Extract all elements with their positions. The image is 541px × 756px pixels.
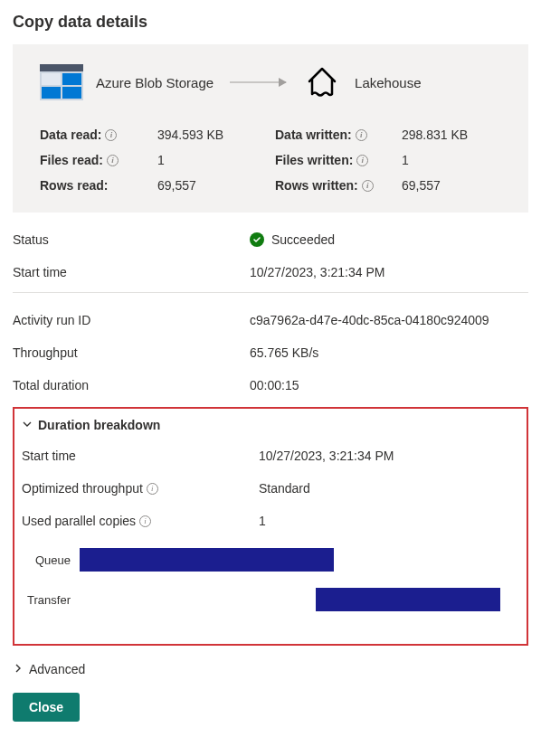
data-read-label: Data read:i: [40, 128, 148, 142]
rows-read-value: 69,557: [157, 178, 266, 193]
divider: [13, 292, 528, 293]
gantt-track: [80, 588, 517, 611]
rows-written-value: 69,557: [402, 178, 492, 193]
optimized-throughput-value: Standard: [259, 481, 517, 496]
start-time-label: Start time: [13, 265, 250, 279]
source-endpoint: Azure Blob Storage: [40, 61, 214, 104]
files-written-label: Files written:i: [275, 153, 393, 167]
status-label: Status: [13, 232, 250, 247]
stats-grid: Data read:i 394.593 KB Data written:i 29…: [40, 128, 508, 193]
parallel-copies-row: Used parallel copiesi 1: [22, 505, 517, 537]
activity-run-id-value: c9a7962a-d47e-40dc-85ca-04180c924009: [250, 313, 528, 327]
summary-card: Azure Blob Storage Lakehouse Data read:i…: [13, 44, 528, 213]
total-duration-row: Total duration 00:00:15: [13, 369, 528, 402]
throughput-row: Throughput 65.765 KB/s: [13, 336, 528, 369]
lakehouse-icon: [302, 61, 342, 104]
status-row: Status Succeeded: [13, 223, 528, 256]
files-read-value: 1: [157, 153, 266, 167]
details-table: Status Succeeded Start time 10/27/2023, …: [13, 223, 528, 288]
info-icon[interactable]: i: [139, 515, 151, 527]
success-icon: [250, 232, 264, 247]
page-title: Copy data details: [13, 13, 528, 32]
info-icon[interactable]: i: [356, 155, 368, 166]
sink-label: Lakehouse: [355, 75, 421, 90]
info-icon[interactable]: i: [107, 155, 119, 166]
gantt-bar-queue: [80, 548, 334, 572]
status-value: Succeeded: [250, 232, 528, 247]
files-read-label: Files read:i: [40, 153, 148, 167]
source-label: Azure Blob Storage: [96, 75, 214, 90]
start-time-value: 10/27/2023, 3:21:34 PM: [250, 265, 528, 279]
info-icon[interactable]: i: [105, 129, 117, 141]
optimized-throughput-label: Optimized throughputi: [22, 481, 259, 496]
duration-gantt-chart: Queue Transfer: [25, 548, 517, 611]
info-icon[interactable]: i: [147, 483, 158, 495]
rows-read-label: Rows read:: [40, 178, 148, 193]
close-button[interactable]: Close: [13, 693, 80, 722]
duration-breakdown-section: Duration breakdown Start time 10/27/2023…: [13, 407, 528, 646]
gantt-queue-label: Queue: [25, 553, 80, 567]
start-time-row: Start time 10/27/2023, 3:21:34 PM: [13, 256, 528, 288]
info-icon[interactable]: i: [362, 180, 374, 192]
run-details-table: Activity run ID c9a7962a-d47e-40dc-85ca-…: [13, 304, 528, 402]
advanced-label: Advanced: [29, 662, 85, 676]
activity-run-id-label: Activity run ID: [13, 313, 250, 327]
breakdown-start-time-label: Start time: [22, 449, 259, 463]
optimized-throughput-row: Optimized throughputi Standard: [22, 472, 517, 505]
throughput-label: Throughput: [13, 345, 250, 360]
duration-breakdown-label: Duration breakdown: [38, 418, 160, 432]
throughput-value: 65.765 KB/s: [250, 345, 528, 360]
total-duration-label: Total duration: [13, 378, 250, 392]
azure-blob-icon: [40, 61, 83, 104]
arrow-icon: [230, 81, 286, 83]
source-sink-flow: Azure Blob Storage Lakehouse: [40, 61, 508, 104]
data-written-value: 298.831 KB: [402, 128, 492, 142]
parallel-copies-label: Used parallel copiesi: [22, 514, 259, 528]
gantt-track: [80, 548, 517, 572]
rows-written-label: Rows written:i: [275, 178, 393, 193]
info-icon[interactable]: i: [356, 129, 367, 141]
activity-run-id-row: Activity run ID c9a7962a-d47e-40dc-85ca-…: [13, 304, 528, 336]
files-written-value: 1: [402, 153, 492, 167]
data-written-label: Data written:i: [275, 128, 393, 142]
gantt-transfer-label: Transfer: [25, 593, 80, 607]
breakdown-start-time-value: 10/27/2023, 3:21:34 PM: [259, 449, 517, 463]
duration-breakdown-toggle[interactable]: Duration breakdown: [22, 416, 517, 439]
breakdown-start-time-row: Start time 10/27/2023, 3:21:34 PM: [22, 439, 517, 472]
advanced-toggle[interactable]: Advanced: [13, 646, 528, 693]
total-duration-value: 00:00:15: [250, 378, 528, 392]
gantt-bar-transfer: [316, 588, 499, 611]
sink-endpoint: Lakehouse: [302, 61, 421, 104]
data-read-value: 394.593 KB: [157, 128, 266, 142]
chevron-down-icon: [22, 418, 33, 432]
gantt-row-transfer: Transfer: [25, 588, 517, 611]
gantt-row-queue: Queue: [25, 548, 517, 572]
chevron-right-icon: [13, 662, 24, 676]
parallel-copies-value: 1: [259, 514, 517, 528]
